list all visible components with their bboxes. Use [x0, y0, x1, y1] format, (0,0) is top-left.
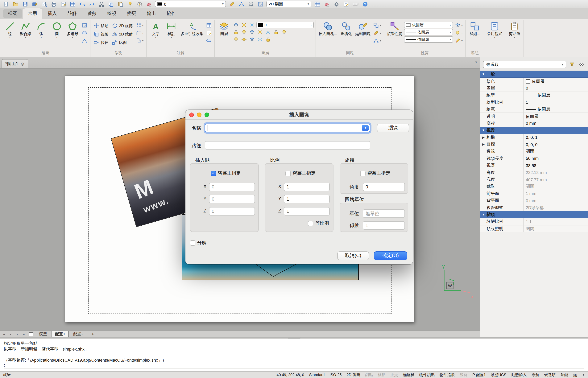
ok-button[interactable]: 確定(O)	[374, 251, 407, 260]
props-section-視景[interactable]: ▼視景	[480, 127, 588, 134]
layout-tab-配置2[interactable]: 配置2	[70, 331, 87, 338]
props-row-透明[interactable]: 透明依圖層	[480, 113, 588, 120]
command-splitter[interactable]	[0, 337, 588, 339]
status-toggle-候選項[interactable]: 候選項	[544, 372, 556, 378]
ribbon-polyline-button[interactable]: 聚合線▾	[18, 20, 33, 39]
publish-button[interactable]	[69, 0, 76, 8]
checkbox-unchecked-icon[interactable]	[308, 221, 313, 226]
status-toggle-P:配置1[interactable]: P:配置1	[472, 372, 486, 378]
zoom-button[interactable]	[205, 112, 209, 117]
props-section-雜項[interactable]: ▼雜項	[480, 211, 588, 218]
props-row-背平面[interactable]: 背平面0 mm	[480, 197, 588, 204]
ribbon-group-button[interactable]: ▾	[373, 22, 382, 29]
paste-button[interactable]	[117, 0, 124, 8]
prop-value[interactable]: 關閉	[523, 148, 588, 155]
checkbox-unchecked-icon[interactable]	[190, 240, 195, 245]
new-button[interactable]	[2, 0, 10, 8]
props-row-註解比例[interactable]: 註解比例1:1	[480, 218, 588, 225]
layer-tool-bulb-button[interactable]	[240, 29, 248, 36]
explode-checkbox[interactable]: 分解	[190, 240, 206, 246]
prop-value[interactable]: 依圖層	[523, 113, 588, 120]
close-tab-icon[interactable]: ⊗	[21, 61, 24, 67]
ribbon-circle-button[interactable]: 圓▾	[50, 20, 64, 39]
workspace-combo[interactable]: 2D 製圖▾	[266, 1, 311, 7]
checkbox-unchecked-icon[interactable]	[360, 171, 366, 176]
prop-value[interactable]: 38.58	[523, 162, 588, 169]
cut-button[interactable]	[98, 0, 105, 8]
property-line-combo[interactable]: 依圖層▾	[404, 29, 453, 36]
row-expander-icon[interactable]: ▶	[480, 143, 487, 146]
section-collapse-icon[interactable]: ▼	[480, 72, 487, 76]
layout-tab-模型[interactable]: 模型	[36, 331, 50, 338]
ribbon-blockify-button[interactable]: 圖塊化	[339, 20, 354, 36]
layout-tab-配置1[interactable]: 配置1	[52, 331, 69, 338]
prop-value[interactable]: 0 mm	[523, 197, 588, 204]
ribbon-clipboard-button[interactable]: 剪貼簿▾	[507, 20, 522, 39]
prop-value[interactable]: 1 mm	[523, 190, 588, 197]
draw-order-button[interactable]	[228, 0, 235, 8]
block-name-combo[interactable]: ▾	[205, 123, 370, 132]
prop-value[interactable]: 222.18 mm	[523, 169, 588, 176]
path-field[interactable]	[205, 141, 370, 149]
ribbon-offset-button[interactable]: ▾	[135, 37, 144, 44]
status-toggle-熱鍵[interactable]: 熱鍵	[561, 372, 568, 378]
props-row-截取[interactable]: 截取關閉	[480, 183, 588, 190]
ribbon-tab-插入[interactable]: 插入	[43, 8, 62, 19]
props-section-一般[interactable]: ▼一般	[480, 71, 588, 78]
layer-tool-freeze-button[interactable]	[264, 29, 272, 36]
layer-select-combo[interactable]: 0▾	[256, 22, 314, 28]
ribbon-insert-block-button[interactable]: 插入圖塊...	[318, 20, 338, 36]
quick-select-button[interactable]	[578, 61, 585, 68]
prop-value[interactable]: 0	[523, 85, 588, 92]
property-color-combo[interactable]: 依圖層▾	[404, 22, 453, 28]
status-toggle-動態輸入[interactable]: 動態輸入	[511, 372, 527, 378]
layout-nav-next-button[interactable]: ›	[14, 332, 20, 336]
props-row-視野[interactable]: 視野38.58	[480, 162, 588, 169]
snap-settings-button[interactable]	[136, 0, 143, 8]
filter-button[interactable]	[568, 61, 576, 68]
props-row-寬度[interactable]: 寬度407.77 mm	[480, 176, 588, 183]
ribbon-cloud-button[interactable]	[205, 37, 213, 44]
export-button[interactable]	[59, 0, 67, 8]
entity-color-combo[interactable]: 0▾	[155, 1, 226, 7]
ribbon-nodes-button[interactable]	[81, 37, 88, 44]
clean-button[interactable]	[323, 0, 330, 8]
dialog-titlebar[interactable]: 插入圖塊	[185, 110, 413, 120]
ribbon-tab-檢視[interactable]: 檢視	[102, 8, 121, 19]
shortcuts-button[interactable]	[352, 0, 359, 8]
ribbon-nodes-button[interactable]: ▾	[373, 37, 382, 44]
layout-tab-+[interactable]: +	[88, 331, 97, 337]
layout-nav-first-button[interactable]: «	[1, 332, 7, 336]
insertion-specify-checkbox[interactable]: 螢幕上指定	[211, 170, 241, 176]
scale-z-field[interactable]: 1	[284, 207, 330, 216]
status-toggle-物件追蹤[interactable]: 物件追蹤	[439, 372, 455, 378]
prop-value[interactable]: 依圖層	[523, 78, 588, 85]
props-row-高度[interactable]: 高度222.18 mm	[480, 169, 588, 176]
status-toggle-導航[interactable]: 導航	[532, 372, 539, 378]
ribbon-table-button[interactable]	[205, 22, 213, 29]
redo-button[interactable]	[88, 0, 96, 8]
layer-tool-lock-button[interactable]	[264, 36, 272, 43]
polyline-edit-button[interactable]	[238, 0, 245, 8]
prop-value[interactable]: 1:1	[523, 218, 588, 225]
status-toggle-無[interactable]: 無	[573, 372, 577, 378]
status-overflow-chevron-icon[interactable]: ▼	[582, 373, 585, 377]
block-unit-field[interactable]: 無單位	[363, 209, 405, 218]
scale-y-field[interactable]: 1	[284, 195, 330, 203]
layer-tool-freeze-button[interactable]	[256, 36, 264, 43]
erase-button[interactable]	[145, 0, 153, 8]
ribbon-arc-button[interactable]: 弧▾	[34, 20, 48, 39]
section-collapse-icon[interactable]: ▼	[480, 213, 487, 216]
ribbon-hatch-button[interactable]	[81, 22, 88, 29]
prop-value[interactable]: 407.77 mm	[523, 176, 588, 183]
status-toggle-物件鎖點[interactable]: 物件鎖點	[419, 372, 435, 378]
props-row-圖層[interactable]: 圖層0	[480, 85, 588, 92]
ribbon-tab-註解[interactable]: 註解	[63, 8, 82, 19]
close-button[interactable]	[189, 112, 194, 117]
props-row-預設照明[interactable]: 預設照明關閉	[480, 225, 588, 232]
checkbox-unchecked-icon[interactable]	[286, 171, 291, 176]
layer-tool-sun-button[interactable]	[256, 29, 264, 36]
ribbon-bulb-button[interactable]: ▾	[454, 30, 464, 36]
ribbon-tab-協作[interactable]: 協作	[162, 8, 181, 19]
property-wline-combo[interactable]: 依圖層▾	[404, 36, 453, 43]
